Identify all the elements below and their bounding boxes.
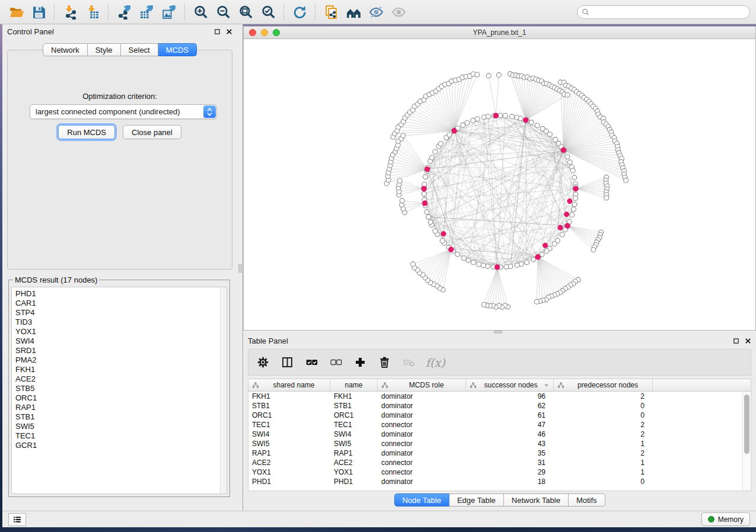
leaf-node[interactable] bbox=[397, 178, 402, 183]
deselect-all-button[interactable] bbox=[328, 355, 343, 370]
leaf-node[interactable] bbox=[475, 72, 480, 77]
network-node[interactable] bbox=[567, 160, 572, 165]
mcds-result-item[interactable]: CAR1 bbox=[15, 299, 227, 308]
mcds-dominator-node[interactable] bbox=[425, 166, 430, 172]
float-panel-icon[interactable] bbox=[214, 28, 221, 35]
table-row[interactable]: RAP1RAP1dominator352 bbox=[248, 448, 751, 458]
delete-column-button[interactable] bbox=[377, 355, 391, 370]
table-row[interactable]: ACE2ACE2connector311 bbox=[248, 458, 751, 467]
run-mcds-button[interactable]: Run MCDS bbox=[58, 125, 115, 139]
network-node[interactable] bbox=[565, 154, 570, 159]
table-row[interactable]: FKH1FKH1dominator962 bbox=[248, 392, 751, 401]
leaf-node[interactable] bbox=[486, 73, 491, 78]
mcds-list-scrollbar[interactable] bbox=[220, 287, 227, 493]
network-node[interactable] bbox=[570, 213, 575, 217]
close-panel-icon[interactable] bbox=[226, 28, 232, 35]
mcds-dominator-node[interactable] bbox=[441, 231, 446, 236]
network-node[interactable] bbox=[477, 262, 481, 267]
network-node[interactable] bbox=[423, 175, 428, 180]
tab-node-table[interactable]: Node Table bbox=[394, 493, 449, 507]
open-session-button[interactable] bbox=[5, 2, 27, 21]
mcds-result-item[interactable]: GCR1 bbox=[15, 441, 227, 450]
table-row[interactable]: YOX1YOX1connector291 bbox=[248, 467, 751, 477]
leaf-node[interactable] bbox=[481, 302, 486, 307]
leaf-node[interactable] bbox=[604, 196, 609, 200]
network-node[interactable] bbox=[433, 149, 438, 154]
network-node[interactable] bbox=[425, 210, 429, 214]
zoom-out-button[interactable] bbox=[212, 2, 234, 21]
mcds-dominator-node[interactable] bbox=[567, 198, 572, 203]
mcds-result-item[interactable]: FKH1 bbox=[15, 365, 227, 374]
network-node[interactable] bbox=[486, 114, 490, 119]
clone-network-button[interactable] bbox=[320, 2, 342, 21]
mcds-dominator-node[interactable] bbox=[452, 128, 457, 133]
mcds-result-list[interactable]: PHD1CAR1STP4TID3YOX1SWI4SRD1PMA2FKH1ACE2… bbox=[11, 287, 227, 494]
network-node[interactable] bbox=[433, 229, 438, 233]
network-node[interactable] bbox=[518, 116, 523, 121]
mcds-result-item[interactable]: STB5 bbox=[15, 384, 227, 393]
column-header-successor_nodes[interactable]: successor nodes bbox=[466, 379, 554, 391]
network-node[interactable] bbox=[471, 118, 476, 123]
zoom-fit-button[interactable] bbox=[234, 2, 257, 21]
network-node[interactable] bbox=[475, 117, 480, 121]
network-node[interactable] bbox=[438, 142, 443, 146]
mcds-dominator-node[interactable] bbox=[448, 247, 454, 252]
mcds-result-item[interactable]: ORC1 bbox=[15, 393, 227, 403]
leaf-node[interactable] bbox=[411, 262, 416, 267]
settings-button[interactable] bbox=[256, 355, 270, 370]
mcds-dominator-node[interactable] bbox=[493, 113, 499, 118]
network-node[interactable] bbox=[560, 232, 564, 237]
search-input[interactable] bbox=[589, 6, 749, 18]
mcds-result-item[interactable]: PMA2 bbox=[15, 355, 227, 365]
network-node[interactable] bbox=[572, 175, 577, 180]
mcds-dominator-node[interactable] bbox=[558, 225, 563, 230]
network-node[interactable] bbox=[553, 137, 558, 142]
mcds-dominator-node[interactable] bbox=[523, 117, 528, 123]
leaf-node[interactable] bbox=[591, 248, 596, 252]
network-node[interactable] bbox=[529, 120, 534, 125]
mcds-dominator-node[interactable] bbox=[565, 223, 570, 229]
mcds-dominator-node[interactable] bbox=[543, 243, 547, 248]
network-node[interactable] bbox=[572, 202, 577, 207]
export-network-button[interactable] bbox=[113, 2, 135, 21]
network-node[interactable] bbox=[481, 263, 486, 268]
select-all-button[interactable] bbox=[304, 355, 318, 370]
column-header-shared_name[interactable]: shared name bbox=[248, 379, 330, 391]
memory-button[interactable]: Memory bbox=[701, 512, 750, 526]
mcds-result-item[interactable]: RAP1 bbox=[15, 403, 227, 412]
network-node[interactable] bbox=[510, 114, 515, 119]
table-row[interactable]: SWI4SWI4dominator462 bbox=[248, 430, 751, 439]
mcds-result-item[interactable]: STB1 bbox=[15, 412, 227, 422]
mcds-result-item[interactable]: ACE2 bbox=[15, 374, 227, 384]
export-image-button[interactable] bbox=[158, 2, 180, 21]
leaf-node[interactable] bbox=[624, 178, 629, 182]
network-node[interactable] bbox=[466, 258, 471, 262]
mcds-dominator-node[interactable] bbox=[561, 148, 566, 153]
close-panel-button[interactable]: Close panel bbox=[123, 125, 181, 139]
mcds-result-item[interactable]: SRD1 bbox=[15, 346, 227, 355]
tab-mcds[interactable]: MCDS bbox=[158, 43, 197, 56]
import-table-button[interactable] bbox=[81, 2, 104, 21]
table-row[interactable]: TEC1TEC1connector472 bbox=[248, 420, 751, 430]
first-neighbors-button[interactable] bbox=[342, 2, 365, 21]
network-node[interactable] bbox=[428, 220, 433, 225]
tab-select[interactable]: Select bbox=[121, 43, 158, 56]
add-column-button[interactable] bbox=[353, 355, 367, 370]
network-node[interactable] bbox=[531, 257, 535, 262]
mcds-dominator-node[interactable] bbox=[564, 212, 569, 217]
column-header-predecessor_nodes[interactable]: predecessor nodes bbox=[554, 379, 653, 391]
mcds-result-item[interactable]: YOX1 bbox=[15, 327, 227, 336]
network-node[interactable] bbox=[455, 252, 460, 257]
network-graph[interactable] bbox=[244, 39, 755, 330]
export-table-button[interactable] bbox=[135, 2, 158, 21]
sort-indicator-icon[interactable] bbox=[544, 383, 549, 387]
table-row[interactable]: ORC1ORC1dominator610 bbox=[248, 411, 751, 420]
table-scrollbar-thumb[interactable] bbox=[744, 395, 749, 454]
network-node[interactable] bbox=[503, 113, 508, 118]
mcds-dominator-node[interactable] bbox=[422, 201, 428, 206]
mcds-dominator-node[interactable] bbox=[495, 265, 500, 270]
network-node[interactable] bbox=[422, 191, 426, 196]
tab-network-table[interactable]: Network Table bbox=[504, 493, 569, 507]
vertical-splitter[interactable] bbox=[237, 24, 243, 511]
network-window-titlebar[interactable]: YPA_prune.txt_1 bbox=[244, 27, 755, 39]
